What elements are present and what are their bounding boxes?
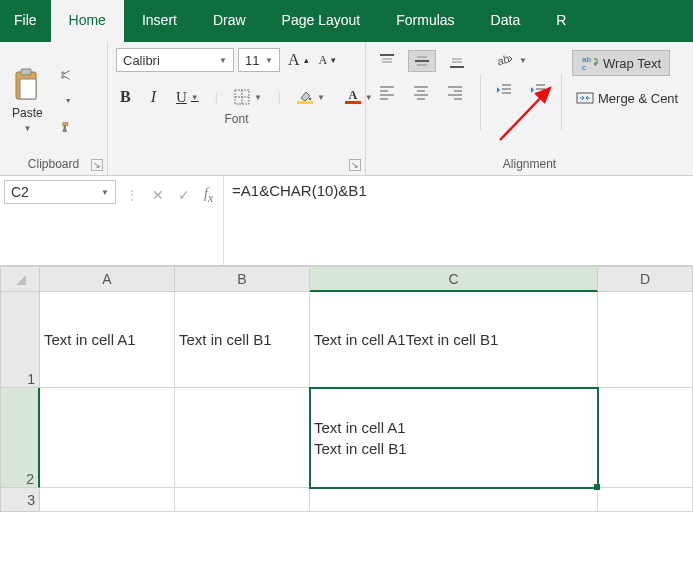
wrap-text-button[interactable]: abc Wrap Text — [572, 50, 670, 76]
chevron-down-icon: ▼ — [191, 93, 199, 102]
orientation-button[interactable]: ab ▼ — [491, 50, 531, 70]
svg-rect-1 — [21, 69, 31, 75]
svg-rect-5 — [63, 122, 68, 125]
col-header-D[interactable]: D — [598, 266, 693, 292]
tab-review-stub[interactable]: R — [538, 0, 584, 42]
ribbon-group-alignment: ab ▼ abc Wrap Text — [366, 42, 693, 175]
select-all-corner[interactable] — [0, 266, 40, 292]
bold-button[interactable]: B — [116, 86, 135, 108]
chevron-down-icon: ▼ — [265, 56, 273, 65]
col-header-B[interactable]: B — [175, 266, 310, 292]
svg-rect-40 — [577, 93, 593, 103]
wrap-text-icon: abc — [581, 55, 599, 71]
cell-D2[interactable] — [598, 388, 693, 488]
align-left-button[interactable] — [374, 82, 400, 102]
fill-color-button[interactable]: ▼ — [293, 88, 329, 106]
align-right-icon — [446, 84, 464, 100]
paintbrush-icon — [61, 119, 71, 135]
cell-D3[interactable] — [598, 488, 693, 512]
cell-B3[interactable] — [175, 488, 310, 512]
tab-draw[interactable]: Draw — [195, 0, 264, 42]
font-dialog-launcher[interactable]: ↘ — [349, 159, 361, 171]
col-header-A[interactable]: A — [40, 266, 175, 292]
decrease-font-size-icon: A — [319, 53, 328, 68]
formula-input[interactable]: =A1&CHAR(10)&B1 — [223, 176, 693, 265]
align-bottom-icon — [448, 53, 466, 69]
cut-button[interactable] — [57, 66, 75, 84]
font-name-value: Calibri — [123, 53, 160, 68]
align-top-button[interactable] — [374, 51, 400, 71]
row-header-1[interactable]: 1 — [0, 292, 40, 388]
align-top-icon — [378, 53, 396, 69]
tab-insert[interactable]: Insert — [124, 0, 195, 42]
row-header-3[interactable]: 3 — [0, 488, 40, 512]
underline-button[interactable]: U▼ — [172, 87, 203, 108]
row-header-2[interactable]: 2 — [0, 388, 40, 488]
tab-home[interactable]: Home — [51, 0, 124, 42]
cell-C3[interactable] — [310, 488, 598, 512]
formula-bar: C2 ▼ ⋮ ✕ ✓ fx =A1&CHAR(10)&B1 — [0, 176, 693, 266]
chevron-down-icon: ▼ — [23, 124, 31, 133]
enter-formula-button[interactable]: ✓ — [178, 187, 190, 203]
fill-color-icon — [297, 90, 313, 104]
align-bottom-button[interactable] — [444, 51, 470, 71]
name-box[interactable]: C2 ▼ — [4, 180, 116, 204]
format-painter-button[interactable] — [57, 118, 75, 136]
font-size-value: 11 — [245, 53, 259, 68]
chevron-down-icon: ▼ — [101, 188, 109, 197]
cell-D1[interactable] — [598, 292, 693, 388]
scissors-icon — [61, 67, 71, 83]
clipboard-dialog-launcher[interactable]: ↘ — [91, 159, 103, 171]
paste-icon — [12, 68, 42, 102]
ribbon-group-font: Calibri ▼ 11 ▼ A▴ A▾ B I U▼ | — [108, 42, 366, 175]
underline-label: U — [176, 89, 187, 106]
cell-B1[interactable]: Text in cell B1 — [175, 292, 310, 388]
svg-text:ab: ab — [495, 52, 511, 67]
decrease-indent-button[interactable] — [491, 80, 517, 100]
chevron-down-icon: ▼ — [519, 56, 527, 65]
font-color-icon: A — [345, 90, 361, 104]
cell-C2[interactable]: Text in cell A1 Text in cell B1 — [310, 388, 598, 488]
cell-C1[interactable]: Text in cell A1Text in cell B1 — [310, 292, 598, 388]
orientation-icon: ab — [495, 52, 515, 68]
increase-indent-button[interactable] — [525, 80, 551, 100]
formula-bar-expand[interactable]: ⋮ — [126, 188, 138, 202]
svg-point-9 — [309, 98, 312, 101]
copy-button[interactable]: ▼ — [57, 92, 75, 110]
increase-indent-icon — [529, 82, 547, 98]
cell-A2[interactable] — [40, 388, 175, 488]
align-right-button[interactable] — [442, 82, 468, 102]
align-middle-button[interactable] — [408, 50, 436, 72]
cell-B2[interactable] — [175, 388, 310, 488]
chevron-down-icon: ▼ — [254, 93, 262, 102]
tab-page-layout[interactable]: Page Layout — [264, 0, 379, 42]
merge-center-button[interactable]: Merge & Cent — [572, 86, 682, 110]
align-middle-icon — [413, 53, 431, 69]
chevron-down-icon: ▼ — [317, 93, 325, 102]
paste-button[interactable]: Paste ▼ — [8, 66, 47, 135]
tab-strip: File Home Insert Draw Page Layout Formul… — [0, 0, 693, 42]
wrap-text-label: Wrap Text — [603, 56, 661, 71]
tab-file[interactable]: File — [0, 0, 51, 42]
align-center-button[interactable] — [408, 82, 434, 102]
tab-formulas[interactable]: Formulas — [378, 0, 472, 42]
decrease-font-size-button[interactable]: A▾ — [315, 49, 341, 71]
decrease-indent-icon — [495, 82, 513, 98]
group-title-font: Font — [116, 108, 357, 128]
font-size-combo[interactable]: 11 ▼ — [238, 48, 280, 72]
borders-icon — [234, 89, 250, 105]
svg-text:c: c — [582, 63, 586, 71]
font-name-combo[interactable]: Calibri ▼ — [116, 48, 234, 72]
insert-function-button[interactable]: fx — [204, 186, 213, 205]
merge-center-label: Merge & Cent — [598, 91, 678, 106]
cancel-formula-button[interactable]: ✕ — [152, 187, 164, 203]
increase-font-size-button[interactable]: A▴ — [284, 49, 313, 71]
italic-button[interactable]: I — [147, 86, 160, 108]
cell-A3[interactable] — [40, 488, 175, 512]
chevron-down-icon: ▼ — [219, 56, 227, 65]
tab-data[interactable]: Data — [473, 0, 539, 42]
cell-A1[interactable]: Text in cell A1 — [40, 292, 175, 388]
merge-center-icon — [576, 90, 594, 106]
col-header-C[interactable]: C — [310, 266, 598, 292]
borders-button[interactable]: ▼ — [230, 87, 266, 107]
